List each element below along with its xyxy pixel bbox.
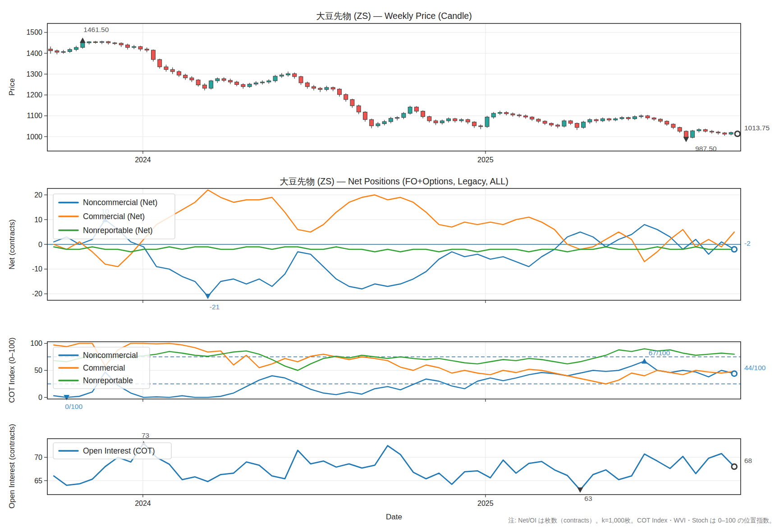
annotation-marker-triangle-down <box>205 294 211 299</box>
candle-down <box>659 119 663 121</box>
annotation-text: 63 <box>584 495 592 502</box>
candle-down <box>665 121 669 124</box>
annotation-text: 73 <box>142 431 149 439</box>
legend-item-label: Nonreportable <box>83 376 133 385</box>
candle-up <box>402 113 406 117</box>
annotation-text: 68 <box>744 457 752 464</box>
y-tick-label: 0 <box>38 241 42 248</box>
candle-up <box>68 50 72 52</box>
candle-down <box>241 84 245 87</box>
series-line-noncommercial <box>54 361 734 397</box>
candle-up <box>376 124 380 126</box>
candle-down <box>151 50 156 60</box>
candle-up <box>485 117 489 127</box>
candle-down <box>684 131 688 138</box>
annotation-text: 1461.50 <box>83 26 109 33</box>
candle-down <box>549 123 553 125</box>
y-tick-label: 20 <box>34 191 42 199</box>
candle-up <box>389 118 393 121</box>
y-tick-label: 10 <box>34 216 42 224</box>
candle-down <box>113 43 117 44</box>
candle-down <box>607 119 611 120</box>
candle-up <box>209 81 213 88</box>
candle-up <box>729 133 733 134</box>
candle-down <box>710 131 714 132</box>
candle-down <box>504 112 509 114</box>
candle-down <box>126 45 130 48</box>
x-tick-label: 2025 <box>477 500 494 507</box>
candle-down <box>434 121 438 123</box>
candle-down <box>575 123 579 127</box>
candle-down <box>556 125 560 126</box>
candle-down <box>344 95 348 100</box>
candle-down <box>652 118 656 119</box>
price-panel-title: 大豆先物 (ZS) — Weekly Price (Candle) <box>47 10 741 22</box>
series-line-commercial <box>54 344 734 384</box>
y-tick-label: 1400 <box>26 50 42 57</box>
y-tick-label: 70 <box>34 454 42 461</box>
candle-up <box>633 117 637 119</box>
candle-up <box>582 122 586 128</box>
candle-up <box>639 116 643 117</box>
annotation-marker-triangle-up <box>642 358 647 364</box>
candle-up <box>132 46 136 47</box>
candle-up <box>691 131 695 138</box>
candle-up <box>81 43 85 47</box>
candle-up <box>491 113 495 117</box>
candle-down <box>678 128 682 131</box>
candle-up <box>261 82 265 83</box>
candle-up <box>588 119 592 122</box>
candle-down <box>626 118 630 119</box>
candle-down <box>427 117 431 121</box>
candle-down <box>318 88 322 90</box>
candle-down <box>370 119 374 126</box>
candle-up <box>254 83 258 84</box>
candle-down <box>293 73 297 76</box>
series-line-nonreportable <box>54 349 734 371</box>
candle-down <box>138 46 142 49</box>
candle-up <box>498 112 502 113</box>
legend-item-label: Noncommercial <box>83 351 138 360</box>
y-tick-label: -10 <box>32 265 42 273</box>
legend-item-label: Nonreportable (Net) <box>83 226 153 235</box>
candle-up <box>395 118 399 119</box>
candle-down <box>202 85 206 88</box>
x-tick-label: 2024 <box>135 156 151 164</box>
y-tick-label: 0 <box>38 394 42 401</box>
y-tick-label: 50 <box>34 367 42 374</box>
candle-down <box>530 117 534 119</box>
candle-up <box>100 41 104 42</box>
candle-up <box>697 129 701 131</box>
annotation-text: 1013.75 <box>744 124 770 132</box>
y-tick-label: 1200 <box>26 91 42 99</box>
y-tick-label: 1500 <box>26 28 42 36</box>
candle-down <box>646 116 650 118</box>
y-tick-label: 1100 <box>27 112 43 119</box>
candle-down <box>671 124 675 127</box>
candle-down <box>331 87 335 89</box>
candle-up <box>408 107 412 113</box>
candle-down <box>170 69 174 72</box>
annotation-marker-circle <box>732 371 737 376</box>
legend-item-label: Open Interest (COT) <box>83 446 155 455</box>
annotation-marker-circle <box>735 131 740 137</box>
y-tick-label: 100 <box>30 339 42 347</box>
candle-down <box>414 107 418 111</box>
candle-down <box>543 121 547 124</box>
y-tick-label: 1000 <box>26 133 42 141</box>
candle-up <box>215 79 220 81</box>
x-tick-label: 2024 <box>135 500 151 507</box>
candle-down <box>511 114 515 115</box>
annotation-text: 67/100 <box>649 349 670 357</box>
candle-down <box>49 49 53 51</box>
candle-down <box>164 67 168 69</box>
series-line-nonreportable-net- <box>54 247 734 252</box>
x-tick-label: 2025 <box>477 156 494 164</box>
legend-item-label: Commercial <box>83 363 125 372</box>
annotation-text: -21 <box>210 303 220 311</box>
net-positions-panel-title: 大豆先物 (ZS) — Net Positions (FO+Options, L… <box>47 175 741 188</box>
candle-down <box>158 60 162 67</box>
candle-up <box>280 75 284 76</box>
candle-up <box>600 119 605 121</box>
candle-up <box>382 122 386 124</box>
